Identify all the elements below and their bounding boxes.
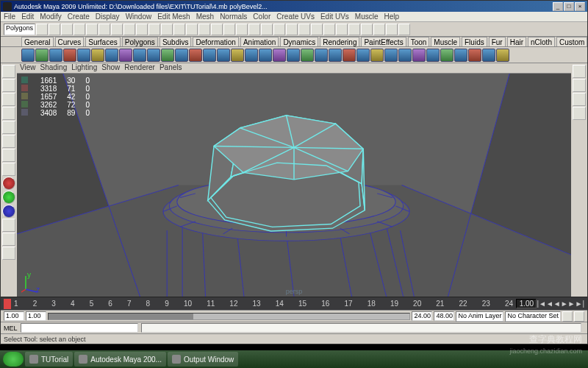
- tool-icon[interactable]: [361, 24, 373, 35]
- shelf-button-icon[interactable]: [370, 49, 384, 62]
- shelf-button-icon[interactable]: [384, 49, 398, 62]
- shelf-button-icon[interactable]: [440, 49, 453, 62]
- shelf-tab-animation[interactable]: Animation: [240, 37, 279, 46]
- menu-edit[interactable]: Edit: [21, 13, 34, 21]
- tool-icon[interactable]: [348, 24, 360, 35]
- shelf-button-icon[interactable]: [231, 49, 244, 62]
- tool-icon[interactable]: [49, 24, 60, 35]
- play-fwd-icon[interactable]: ►: [561, 300, 568, 308]
- layout-icon[interactable]: [2, 233, 15, 246]
- menu-modify[interactable]: Modify: [40, 13, 61, 21]
- tool-icon[interactable]: [148, 24, 160, 35]
- time-slider[interactable]: 123456789101112131415161718192021222324 …: [1, 297, 587, 310]
- anim-layer-dropdown[interactable]: No Anim Layer: [456, 311, 503, 322]
- vp-menu-show[interactable]: Show: [101, 63, 120, 73]
- shelf-button-icon[interactable]: [91, 49, 104, 62]
- shelf-button-icon[interactable]: [217, 49, 230, 62]
- tool-icon[interactable]: [273, 24, 285, 35]
- shelf-button-icon[interactable]: [315, 49, 328, 62]
- taskbar-item[interactable]: TUTorial: [25, 352, 73, 367]
- tool-icon[interactable]: [311, 24, 323, 35]
- range-start-field[interactable]: 1.00: [4, 311, 24, 321]
- shelf-tab-hair[interactable]: Hair: [507, 37, 526, 46]
- layout-four-icon[interactable]: [2, 191, 15, 204]
- layer-editor-icon[interactable]: [573, 107, 586, 120]
- lasso-tool-icon[interactable]: [2, 79, 15, 92]
- tool-icon[interactable]: [186, 24, 198, 35]
- command-language-label[interactable]: MEL: [4, 325, 18, 332]
- tool-icon[interactable]: [261, 24, 273, 35]
- step-back-icon[interactable]: ◄: [546, 300, 553, 308]
- shelf-button-icon[interactable]: [496, 49, 509, 62]
- shelf-tab-muscle[interactable]: Muscle: [431, 37, 460, 46]
- menu-color[interactable]: Color: [253, 13, 270, 21]
- tool-icon[interactable]: [248, 24, 260, 35]
- menu-create-uvs[interactable]: Create UVs: [276, 13, 315, 21]
- vp-menu-panels[interactable]: Panels: [159, 63, 182, 73]
- shelf-button-icon[interactable]: [426, 49, 440, 62]
- tool-icon[interactable]: [298, 24, 310, 35]
- viewport[interactable]: ViewShadingLightingShowRendererPanels 16…: [17, 63, 571, 297]
- shelf-button-icon[interactable]: [301, 49, 314, 62]
- shelf-button-icon[interactable]: [343, 49, 356, 62]
- menu-edit-mesh[interactable]: Edit Mesh: [157, 13, 190, 21]
- last-tool-icon[interactable]: [2, 163, 15, 176]
- vp-menu-shading[interactable]: Shading: [40, 63, 68, 73]
- tool-icon[interactable]: [123, 24, 135, 35]
- module-dropdown[interactable]: Polygons: [4, 24, 35, 35]
- vp-menu-view[interactable]: View: [20, 63, 36, 73]
- tool-icon[interactable]: [173, 24, 185, 35]
- shelf-tab-curves[interactable]: Curves: [55, 37, 85, 46]
- menu-create[interactable]: Create: [68, 13, 90, 21]
- shelf-tab-rendering[interactable]: Rendering: [320, 37, 359, 46]
- shelf-button-icon[interactable]: [35, 49, 49, 62]
- shelf-button-icon[interactable]: [398, 49, 412, 62]
- tool-icon[interactable]: [198, 24, 210, 35]
- menu-file[interactable]: File: [4, 13, 15, 21]
- playback-end-field[interactable]: 24.00: [412, 311, 432, 321]
- shelf-tab-dynamics[interactable]: Dynamics: [280, 37, 318, 46]
- channel-box-icon[interactable]: [573, 93, 586, 106]
- tool-icon[interactable]: [36, 24, 48, 35]
- shelf-tab-surfaces[interactable]: Surfaces: [85, 37, 120, 46]
- shelf-button-icon[interactable]: [356, 49, 370, 62]
- shelf-tab-toon[interactable]: Toon: [408, 37, 430, 46]
- vp-menu-renderer[interactable]: Renderer: [124, 63, 155, 73]
- tool-icon[interactable]: [98, 24, 110, 35]
- tool-icon[interactable]: [323, 24, 335, 35]
- menu-display[interactable]: Display: [96, 13, 120, 21]
- tool-icon[interactable]: [111, 24, 123, 35]
- attribute-editor-icon[interactable]: [573, 65, 586, 78]
- layout-persp-icon[interactable]: [2, 205, 15, 218]
- menu-muscle[interactable]: Muscle: [355, 13, 379, 21]
- tool-icon[interactable]: [74, 24, 85, 35]
- auto-key-icon[interactable]: [562, 311, 573, 322]
- shelf-button-icon[interactable]: [468, 49, 481, 62]
- shelf-tab-subdivs[interactable]: Subdivs: [159, 37, 192, 46]
- tool-icon[interactable]: [136, 24, 148, 35]
- layout-icon[interactable]: [2, 219, 15, 232]
- shelf-tab-ncloth[interactable]: nCloth: [528, 37, 555, 46]
- close-button[interactable]: ×: [575, 2, 585, 11]
- forward-end-icon[interactable]: ►|: [576, 300, 585, 308]
- tool-icon[interactable]: [161, 24, 173, 35]
- tool-icon[interactable]: [223, 24, 235, 35]
- menu-normals[interactable]: Normals: [220, 13, 247, 21]
- tool-icon[interactable]: [386, 24, 398, 35]
- move-tool-icon[interactable]: [2, 93, 15, 106]
- shelf-button-icon[interactable]: [105, 49, 118, 62]
- shelf-tab-polygons[interactable]: Polygons: [122, 37, 158, 46]
- tool-icon[interactable]: [236, 24, 248, 35]
- shelf-button-icon[interactable]: [147, 49, 160, 62]
- shelf-button-icon[interactable]: [189, 49, 202, 62]
- shelf-button-icon[interactable]: [21, 49, 35, 62]
- tool-icon[interactable]: [336, 24, 348, 35]
- layout-icon[interactable]: [2, 247, 15, 260]
- menu-window[interactable]: Window: [126, 13, 152, 21]
- taskbar-item[interactable]: Output Window: [168, 352, 238, 367]
- tool-icon[interactable]: [86, 24, 98, 35]
- tool-icon[interactable]: [373, 24, 385, 35]
- rotate-tool-icon[interactable]: [2, 107, 15, 120]
- character-set-dropdown[interactable]: No Character Set: [505, 311, 561, 322]
- taskbar-item[interactable]: Autodesk Maya 200...: [74, 352, 166, 367]
